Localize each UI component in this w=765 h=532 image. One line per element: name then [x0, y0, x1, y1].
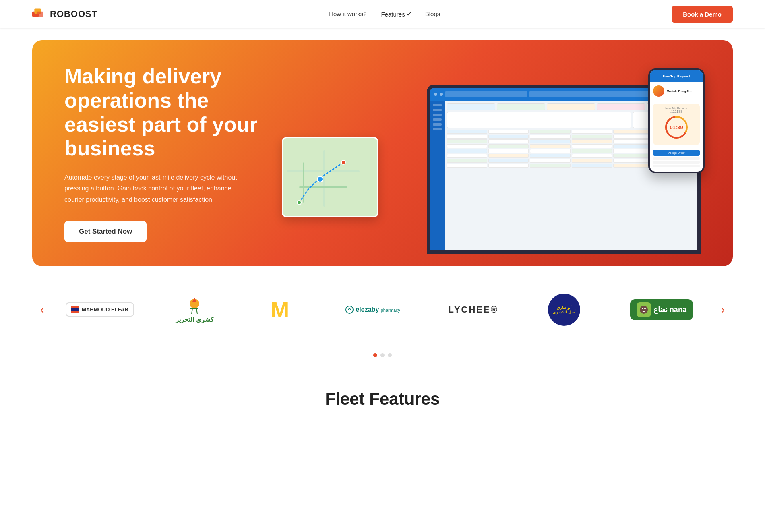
cell-8	[488, 135, 529, 139]
svg-point-11	[642, 308, 643, 309]
elezaby-inner: elezaby pharmacy	[345, 305, 400, 314]
stat-card-4	[597, 103, 645, 110]
cell-16	[572, 139, 612, 143]
nana-icon-svg	[639, 305, 649, 315]
stat-card-3	[547, 103, 595, 110]
svg-rect-2	[37, 12, 43, 17]
phone-mockup: New Trip Request Mostafa Farag Al... New…	[648, 68, 705, 173]
cell-4	[572, 130, 612, 134]
logo-kashri: كشري التحرير	[169, 292, 220, 327]
cell-47	[613, 164, 653, 168]
cell-22	[572, 144, 612, 148]
lychee-text: LYCHEE®	[449, 304, 498, 315]
chevron-down-icon	[406, 11, 411, 15]
hero-image-area: New Trip Request Mostafa Farag Al... New…	[290, 64, 701, 242]
nav-item-how-it-works[interactable]: How it works?	[329, 10, 366, 18]
cell-40	[572, 159, 612, 163]
cell-20	[488, 144, 529, 148]
cell-19	[447, 144, 487, 148]
cell-5	[613, 130, 653, 134]
mahmoud-elfar-inner: MAHMOUD ELFAR	[71, 306, 128, 313]
phone-header: New Trip Request	[650, 70, 703, 82]
cell-3	[530, 130, 570, 134]
svg-point-10	[640, 306, 648, 314]
phone-order-id: #22188	[656, 110, 697, 114]
phone-divider	[653, 100, 700, 100]
hero-section: Making delivery operations the easiest p…	[32, 40, 733, 266]
phone-timer-box: New Trip Request #22188 01:39	[653, 104, 700, 145]
cell-44	[488, 164, 529, 168]
book-demo-button[interactable]: Book a Demo	[672, 6, 733, 23]
map-mockup	[282, 137, 378, 217]
cell-1	[447, 130, 487, 134]
cell-10	[572, 135, 612, 139]
logos-carousel: MAHMOUD ELFAR كشري التحرير M	[52, 290, 713, 329]
nav-item-features[interactable]: Features	[381, 11, 411, 18]
cell-37	[447, 159, 487, 163]
logo-abutariq: أبو طارقأصل الكشري	[540, 290, 588, 329]
carousel-dot-2[interactable]	[380, 353, 385, 357]
cell-14	[488, 139, 529, 143]
logos-section: ‹ MAHMOUD ELFAR	[0, 266, 765, 345]
nav-link-how-it-works[interactable]: How it works?	[329, 10, 366, 17]
map-route-svg	[283, 138, 377, 216]
get-started-button[interactable]: Get Started Now	[64, 221, 147, 242]
carousel-dots	[0, 353, 765, 357]
prev-arrow-button[interactable]: ‹	[32, 303, 52, 316]
dash-dot-1	[434, 93, 437, 96]
mcdonalds-m: M	[271, 296, 289, 323]
phone-notif-2	[653, 161, 700, 164]
carousel-dot-1[interactable]	[373, 353, 377, 357]
svg-line-9	[196, 308, 197, 314]
phone-body: Mostafa Farag Al... New Trip Request #22…	[650, 82, 703, 172]
cell-26	[488, 149, 529, 153]
cell-34	[572, 154, 612, 158]
logo-mahmoud-elfar: MAHMOUD ELFAR	[66, 302, 134, 317]
phone-notif-1	[653, 157, 700, 160]
cell-23	[613, 144, 653, 148]
nav-item-blogs[interactable]: Blogs	[425, 10, 440, 18]
cell-46	[572, 164, 612, 168]
logo-elezaby: elezaby pharmacy	[339, 302, 407, 317]
fleet-features-title: Fleet Features	[32, 389, 733, 409]
dash-header-bar	[445, 91, 527, 97]
cell-35	[613, 154, 653, 158]
next-arrow-button[interactable]: ›	[713, 303, 733, 316]
nana-badge: نعناع nana	[630, 299, 693, 320]
sidebar-item-5	[433, 123, 442, 126]
logo-mcdonalds: M	[255, 293, 304, 326]
fleet-features-section: Fleet Features	[0, 365, 765, 425]
nav-link-features[interactable]: Features	[381, 11, 405, 18]
abutariq-text: أبو طارقأصل الكشري	[553, 305, 576, 314]
agents-card	[447, 112, 631, 128]
logo-text: ROBOOST	[50, 9, 97, 19]
phone-timer-label: New Trip Request	[656, 107, 697, 110]
cell-21	[530, 144, 570, 148]
cell-2	[488, 130, 529, 134]
cell-31	[447, 154, 487, 158]
hero-subtitle: Automate every stage of your last-mile d…	[64, 172, 242, 205]
hero-content: Making delivery operations the easiest p…	[64, 64, 274, 242]
logo-nana: نعناع nana	[624, 296, 699, 323]
phone-accept-button[interactable]: Accept Order	[653, 150, 700, 156]
nav-links: How it works? Features Blogs	[329, 10, 440, 18]
cell-43	[447, 164, 487, 168]
flag-stripe-3	[71, 311, 79, 313]
phone-timer-visual: 01:39	[664, 115, 688, 139]
nav-link-blogs[interactable]: Blogs	[425, 10, 440, 17]
cell-9	[530, 135, 570, 139]
navbar: ROBOOST How it works? Features Blogs Boo…	[0, 0, 765, 28]
cell-25	[447, 149, 487, 153]
cell-41	[613, 159, 653, 163]
cell-38	[488, 159, 529, 163]
phone-notif-3	[653, 165, 700, 167]
dashboard-sidebar	[430, 101, 445, 250]
phone-header-text: New Trip Request	[663, 75, 690, 78]
phone-driver-name: Mostafa Farag Al...	[667, 90, 692, 93]
sidebar-item-2	[433, 109, 442, 111]
cell-27	[530, 149, 570, 153]
carousel-dot-3[interactable]	[388, 353, 392, 357]
phone-notification-list	[653, 157, 700, 167]
logo[interactable]: ROBOOST	[32, 8, 97, 20]
cell-15	[530, 139, 570, 143]
